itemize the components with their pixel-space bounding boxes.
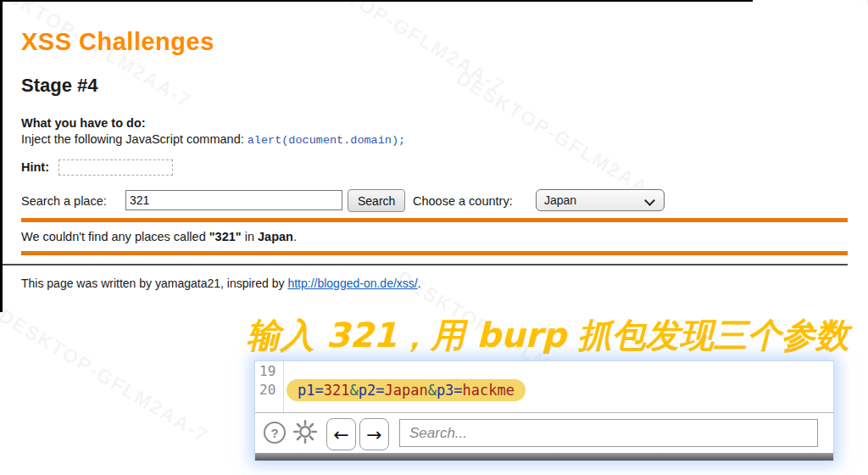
watermark-text: DESKTOP-GFLM2AA-7: [0, 305, 213, 448]
token-p3: p3: [437, 382, 453, 399]
task-heading: What you have to do:: [21, 116, 146, 130]
help-button[interactable]: ?: [264, 422, 286, 444]
footer-credit: This page was written by yamagata21, ins…: [21, 277, 421, 290]
token-eq: =: [453, 382, 462, 399]
result-message: We couldn't find any places called "321"…: [21, 230, 297, 243]
prev-match-button[interactable]: ←: [326, 418, 356, 450]
token-p1: p1: [298, 382, 314, 399]
line-number: 19: [259, 363, 275, 379]
burp-search-toolbar: ? ← →: [255, 413, 833, 453]
place-search-input[interactable]: [125, 190, 342, 210]
token-eq: =: [376, 382, 384, 399]
help-icon: ?: [270, 426, 278, 440]
stage-heading: Stage #4: [21, 75, 98, 97]
result-query: "321": [209, 230, 242, 243]
screenshot-root: DESKTOP-GFLM2AA-7 DESKTOP-GFLM2AA-7 DESK…: [0, 0, 868, 475]
country-label: Choose a country:: [413, 194, 513, 208]
footer-link[interactable]: http://blogged-on.de/xss/: [287, 277, 417, 290]
line-number: 20: [259, 382, 275, 398]
country-selected-value: Japan: [544, 193, 576, 207]
country-select[interactable]: Japan: [536, 189, 665, 211]
result-country: Japan: [258, 230, 293, 243]
next-match-button[interactable]: →: [359, 418, 389, 450]
search-place-label: Search a place:: [21, 194, 107, 208]
result-prefix: We couldn't find any places called: [21, 230, 209, 243]
result-suffix: .: [293, 230, 297, 243]
search-button[interactable]: Search: [348, 189, 405, 212]
footer-prefix: This page was written by yamagata21, ins…: [21, 277, 287, 290]
divider-orange-top: [21, 218, 848, 222]
token-japan: Japan: [384, 382, 427, 399]
hint-box: [58, 159, 173, 176]
token-eq: =: [314, 382, 323, 399]
request-body-highlight: p1=321&p2=Japan&p3=hackme: [287, 379, 526, 401]
result-infix: in: [242, 230, 258, 243]
watermark-text: DESKTOP-GFLM2AA-7: [291, 0, 509, 98]
gutter-divider: [283, 361, 284, 412]
footer-suffix: .: [418, 277, 421, 290]
settings-button[interactable]: [292, 419, 319, 446]
token-amp: &: [428, 382, 437, 399]
crop-border-top: [0, 0, 753, 2]
divider-gray: [3, 264, 848, 265]
task-code-snippet: alert(document.domain);: [248, 134, 405, 147]
token-hackme: hackme: [463, 382, 515, 399]
watermark-text: DESKTOP-GFLM2AA-7: [816, 0, 868, 104]
task-instruction-text: Inject the following JavaScript command:: [21, 132, 248, 146]
panel-bottom-bar: [255, 453, 833, 461]
arrow-left-icon: ←: [333, 424, 348, 445]
hint-label: Hint:: [21, 160, 49, 174]
token-amp: &: [349, 382, 358, 399]
annotation-text: 输入 321，用 burp 抓包发现三个参数: [247, 312, 849, 359]
arrow-right-icon: →: [366, 424, 381, 445]
gear-icon: [292, 419, 318, 447]
token-321: 321: [324, 382, 350, 399]
burp-editor-area: 19 20 p1=321&p2=Japan&p3=hackme: [255, 361, 833, 412]
divider-orange-bottom: [21, 251, 848, 255]
burp-search-input[interactable]: [399, 419, 818, 447]
burp-panel: 19 20 p1=321&p2=Japan&p3=hackme ? ← →: [254, 360, 834, 461]
chevron-down-icon: [644, 195, 655, 206]
token-p2: p2: [359, 382, 376, 399]
task-instruction: Inject the following JavaScript command:…: [21, 132, 405, 147]
page-title: XSS Challenges: [21, 28, 214, 56]
